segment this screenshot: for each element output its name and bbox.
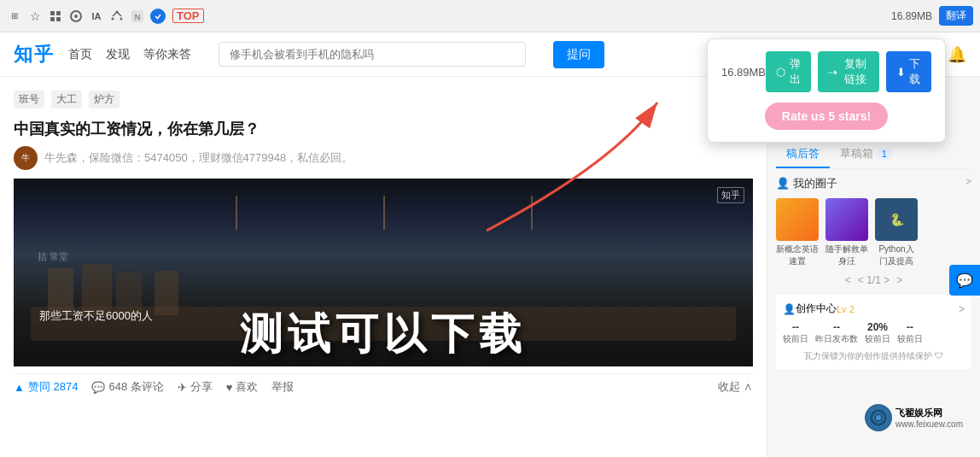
circles-more[interactable]: > [966, 176, 971, 186]
site-name-text: 飞翟娱乐网 www.feixuew.com [895, 407, 963, 429]
heart-icon: ♥ [226, 381, 233, 394]
like2-button[interactable]: ♥ 喜欢 [226, 379, 259, 395]
person-icon: 👤 [776, 177, 790, 190]
article-author: 牛 牛先森，保险微信：5474050，理财微信4779948，私信必回。 [14, 146, 753, 170]
ask-button[interactable]: 提问 [553, 41, 604, 68]
rate-button[interactable]: Rate us 5 stars! [765, 103, 888, 130]
svg-rect-1 [56, 11, 61, 15]
nav-answer[interactable]: 等你来答 [143, 47, 191, 62]
stat-3: 20% 较前日 [865, 321, 890, 345]
grid-icon[interactable]: ⊞ [7, 9, 22, 24]
stat-4: -- 较前日 [897, 321, 923, 345]
top-label: TOP [172, 9, 204, 23]
stat-1: -- 较前日 [783, 321, 808, 345]
creation-center: 👤 创作中心 Lv 2 > -- 较前日 -- 昨日发布数 20% 较前日 [776, 295, 971, 369]
bell-icon[interactable]: 🔔 [948, 45, 966, 64]
circle-img-1 [776, 198, 819, 241]
sidebar-tabs: 稿后答 草稿箱 1 [776, 141, 971, 169]
video-brand: 拮 常堂 [38, 250, 68, 263]
chat-icon: 💬 [956, 272, 973, 289]
user-tags: 班号 大工 炉方 [14, 91, 753, 108]
chat-button[interactable]: 💬 [949, 265, 980, 296]
tag-2: 大工 [51, 91, 82, 108]
nav-links: 首页 发现 等你来答 [68, 47, 191, 62]
tag-1: 班号 [14, 91, 44, 108]
svg-text:N: N [135, 13, 141, 21]
protect-text: 瓦力保镖为你的创作提供持续保护 🛡 [783, 350, 965, 362]
copy-link-button[interactable]: ⇢ 复制链接 [818, 51, 879, 92]
browser-extension-icons: ⊞ ☆ IA N TOP [7, 9, 206, 24]
circle-item-1[interactable]: 新概念英语速置 [776, 198, 819, 267]
svg-point-6 [112, 17, 114, 20]
zhihu-logo: 知乎 [14, 42, 55, 67]
circle-label-3: Python入门及提高 [875, 243, 918, 267]
ext1-icon[interactable] [48, 9, 63, 24]
collect-button[interactable]: 收起 ∧ [718, 379, 753, 395]
svg-point-8 [120, 17, 123, 20]
ext3-icon[interactable]: N [130, 9, 145, 24]
author-info: 牛先森，保险微信：5474050，理财微信4779948，私信必回。 [44, 150, 353, 166]
circles-row: 新概念英语速置 随手解救单身汪 🐍 Python入门及提高 [776, 198, 971, 267]
svg-point-11 [153, 11, 163, 21]
tab-drafts[interactable]: 草稿箱 1 [830, 141, 902, 168]
browser-top-right: 16.89MB 翻译 [891, 6, 973, 26]
link-icon: ⇢ [828, 66, 837, 79]
tag-3: 炉方 [89, 91, 120, 108]
next-btn[interactable]: > [896, 274, 902, 286]
browser-toolbar: ⊞ ☆ IA N TOP 16.89MB 翻译 [0, 0, 980, 32]
ext2-icon[interactable] [68, 9, 84, 24]
circle-item-3[interactable]: 🐍 Python入门及提高 [875, 198, 918, 267]
more-arrow[interactable]: > [959, 303, 965, 315]
article-footer: ▲ 赞同 2874 💬 648 条评论 ✈ 分享 ♥ 喜欢 举报 收起 ∧ [14, 373, 753, 395]
nav-discover[interactable]: 发现 [106, 47, 130, 62]
popup-top-row: 16.89MB ⬡ 弹出 ⇢ 复制链接 ⬇ 下载 [721, 51, 931, 92]
prev-btn[interactable]: < [845, 274, 851, 286]
video-watermark: 知乎 [717, 187, 744, 203]
popup-buttons: ⬡ 弹出 ⇢ 复制链接 ⬇ 下载 [766, 51, 931, 92]
comment-icon: 💬 [91, 381, 105, 394]
svg-rect-3 [56, 17, 61, 21]
comment-button[interactable]: 💬 648 条评论 [91, 379, 163, 395]
download-button[interactable]: ⬇ 下载 [886, 51, 931, 92]
svg-rect-0 [50, 11, 55, 15]
nav-home[interactable]: 首页 [68, 47, 92, 62]
thumbs-up-icon: ▲ [14, 381, 25, 394]
active-ext-icon[interactable] [150, 9, 166, 24]
video-container[interactable]: 知乎 那些工资不足6000的人 测试可以下载 拮 常堂 [14, 179, 753, 366]
translate-button[interactable]: 翻译 [939, 6, 973, 26]
page-num: < 1/1 > [858, 274, 890, 286]
article-title: 中国真实的工资情况，你在第几层？ [14, 119, 753, 139]
like-button[interactable]: ▲ 赞同 2874 [14, 379, 78, 395]
svg-rect-2 [50, 17, 55, 21]
nav-right-icons: 🔔 [948, 45, 966, 64]
creation-stats: -- 较前日 -- 昨日发布数 20% 较前日 -- 较前日 [783, 321, 965, 345]
circles-title: 👤 我的圈子 > [776, 176, 971, 191]
search-input[interactable] [219, 42, 526, 67]
popup-size: 16.89MB [721, 66, 766, 79]
site-logo-icon [865, 404, 892, 431]
extension-popup: 16.89MB ⬡ 弹出 ⇢ 复制链接 ⬇ 下载 Rate us 5 stars… [707, 38, 946, 143]
big-text-overlay: 测试可以下载 [14, 306, 753, 363]
pop-icon: ⬡ [776, 66, 785, 79]
creation-title: 创作中心 [796, 302, 837, 316]
tab-drafted-answers[interactable]: 稿后答 [776, 141, 830, 168]
site-watermark: 飞翟娱乐网 www.feixuew.com [865, 404, 963, 431]
search-bar [219, 42, 526, 67]
svg-point-5 [74, 15, 78, 18]
stat-2: -- 昨日发布数 [815, 321, 858, 345]
person-icon-2: 👤 [783, 303, 796, 315]
star-icon[interactable]: ☆ [27, 9, 43, 24]
ia-icon[interactable]: IA [89, 9, 104, 24]
report-button[interactable]: 举报 [271, 379, 294, 395]
download-icon: ⬇ [896, 66, 906, 79]
circle-item-2[interactable]: 随手解救单身汪 [825, 198, 868, 267]
pop-button[interactable]: ⬡ 弹出 [766, 51, 811, 92]
share-icon[interactable] [109, 9, 125, 24]
creation-header: 👤 创作中心 Lv 2 > [783, 302, 965, 316]
size-label: 16.89MB [891, 10, 932, 22]
circles-section: 👤 我的圈子 > 新概念英语速置 随手解救单身汪 🐍 Python入门及提 [776, 176, 971, 286]
share-button[interactable]: ✈ 分享 [178, 379, 213, 395]
author-avatar: 牛 [14, 146, 38, 170]
svg-point-7 [116, 10, 119, 13]
circle-img-2 [825, 198, 868, 241]
